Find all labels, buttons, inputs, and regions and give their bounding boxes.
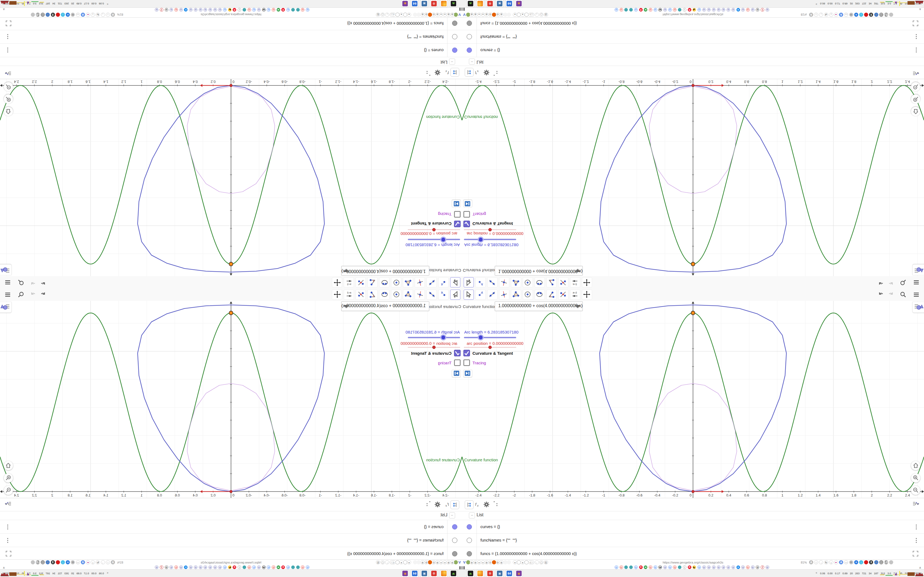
line-tool[interactable]: [487, 290, 498, 300]
function-selector-dropdown[interactable]: 1.000000000000 + cos(4.000000000000 x): [495, 301, 583, 311]
favicon-ggb-flower[interactable]: ✿: [712, 8, 716, 11]
node-graph-icon[interactable]: ∞: [443, 13, 447, 17]
step-button[interactable]: [464, 369, 472, 377]
favicon-dark-flower[interactable]: ✿: [165, 8, 168, 11]
zoom-in-button[interactable]: [4, 474, 13, 482]
mouse-gesture-icon[interactable]: ▭: [76, 560, 80, 564]
star-icon[interactable]: ☆: [106, 13, 110, 17]
perpendicular-tool[interactable]: [415, 290, 425, 300]
favicon-photo-yellow[interactable]: ◣: [693, 566, 696, 569]
launcher-floppy-64[interactable]: 64: [411, 570, 418, 577]
favicon-ggb-flower[interactable]: ✿: [717, 8, 720, 11]
favicon-info-gray[interactable]: i: [683, 8, 687, 11]
redo-icon[interactable]: [29, 279, 37, 286]
graphics-view[interactable]: -2.4-2.2-2-1.8-1.6-1.4-1.2-1-0.8-0.6-0.4…: [462, 79, 924, 276]
plus-blue-icon[interactable]: +: [854, 560, 858, 564]
favicon-teal-orb[interactable]: [629, 566, 633, 569]
node-graph-icon[interactable]: ∞: [443, 560, 447, 564]
algebra-row-curves[interactable]: curves = {}: [462, 520, 924, 533]
favicon-google-blue[interactable]: G: [252, 8, 256, 11]
graphics-view[interactable]: -2.4-2.2-2-1.8-1.6-1.4-1.2-1-0.8-0.6-0.4…: [0, 301, 462, 498]
favicon-google-red[interactable]: G: [746, 566, 750, 569]
launcher-drive-eject[interactable]: ⏏: [467, 0, 474, 7]
zoom-search-icon[interactable]: [900, 291, 907, 298]
favicon-ggb-flower[interactable]: ✿: [194, 8, 197, 11]
back-arrow-icon[interactable]: ←: [535, 560, 539, 564]
step-button[interactable]: [452, 369, 460, 377]
favicon-ggb-flower[interactable]: ✿: [199, 8, 202, 11]
favicon-ggb-flower[interactable]: ✿: [194, 566, 197, 569]
favicon-ggb-flower[interactable]: ✿: [213, 566, 217, 569]
favicon-google-blue[interactable]: G: [252, 566, 256, 569]
mouse-gesture-icon[interactable]: ▭: [76, 13, 80, 17]
shield-outline-icon[interactable]: ⬡: [539, 560, 543, 564]
favicon-google-blue[interactable]: G: [306, 8, 309, 11]
circle-tool[interactable]: [391, 290, 401, 300]
move-graphics-tool[interactable]: [582, 277, 592, 287]
menu-icon[interactable]: [4, 279, 11, 286]
list-group-row[interactable]: − List: [0, 57, 462, 66]
algebra-header-fx-icon[interactable]: fx: [473, 500, 482, 509]
radio-dot-icon[interactable]: ●: [407, 13, 411, 17]
collapse-button[interactable]: −: [469, 58, 475, 64]
redo-icon[interactable]: [887, 291, 895, 298]
zoom-in-button[interactable]: [911, 95, 920, 103]
list-group-row[interactable]: − List: [0, 511, 462, 520]
favicon-google-red[interactable]: G: [247, 566, 251, 569]
favicon-google-red[interactable]: G: [620, 8, 623, 11]
node-graph-icon[interactable]: ∞: [477, 13, 481, 17]
undo-icon[interactable]: [39, 279, 46, 286]
lo-circle-icon[interactable]: LO: [884, 13, 888, 17]
node-graph-icon[interactable]: ∞: [477, 560, 481, 564]
favicon-google-red[interactable]: G: [174, 8, 178, 11]
launcher-purple-owl[interactable]: ◉: [515, 570, 523, 577]
favicon-teal-orb[interactable]: [296, 566, 300, 569]
collapse-button[interactable]: −: [449, 513, 455, 519]
reload-icon[interactable]: ↻: [824, 13, 828, 17]
favicon-dark-flower[interactable]: ✿: [756, 566, 759, 569]
favicon-teal-orb[interactable]: [242, 566, 246, 569]
favicon-yandex[interactable]: Я: [639, 8, 643, 11]
launcher-screenshot-monitor[interactable]: ▣: [420, 570, 428, 577]
radio-circle-icon[interactable]: [396, 13, 400, 17]
chevron-up-icon[interactable]: ▲: [2, 566, 5, 569]
globe-icon[interactable]: ⊕: [435, 13, 439, 17]
algebra-header-gear-icon[interactable]: [482, 500, 491, 509]
undo-icon[interactable]: [878, 279, 885, 286]
algebra-header-gear-icon[interactable]: [433, 68, 442, 77]
algebra-row-funcs[interactable]: funcs = {1.000000000000 + cos(4.00000000…: [462, 547, 924, 561]
fullscreen-icon[interactable]: [5, 20, 11, 26]
favicon-google-blue[interactable]: G: [654, 8, 657, 11]
favicon-google-red[interactable]: G: [272, 566, 275, 569]
favicon-ggb-flower[interactable]: ✿: [766, 566, 769, 569]
radio-circle-icon[interactable]: [524, 560, 528, 564]
favicon-google-red[interactable]: G: [649, 8, 652, 11]
favicon-ggb-flower[interactable]: ✿: [766, 8, 769, 11]
gray-circle-icon[interactable]: [31, 13, 35, 17]
favicon-ggb-flower[interactable]: ✿: [727, 8, 730, 11]
launcher-screenshot-monitor[interactable]: ▣: [420, 0, 428, 7]
algebra-row-funcs[interactable]: funcs = {1.000000000000 + cos(4.00000000…: [462, 16, 924, 30]
launcher-floppy-64[interactable]: 64: [411, 0, 418, 7]
launcher-drive-eject[interactable]: ⏏: [450, 0, 457, 7]
favicon-green-w[interactable]: w: [277, 8, 280, 11]
padlock-icon[interactable]: ⚿: [544, 13, 548, 17]
favicon-teal-orb[interactable]: [624, 566, 628, 569]
stylebar-toggle-button[interactable]: [0, 302, 11, 313]
algebra-row-funcs[interactable]: funcs = {1.000000000000 + cos(4.00000000…: [0, 16, 462, 30]
favicon-google-red[interactable]: G: [272, 8, 275, 11]
algebra-header-kebab-icon[interactable]: [423, 500, 431, 509]
reload-icon[interactable]: ↻: [824, 560, 828, 564]
favicon-google-blue[interactable]: G: [615, 8, 618, 11]
favicon-google-red[interactable]: G: [174, 566, 178, 569]
globe-color-icon[interactable]: ◔: [874, 560, 878, 564]
lo-circle-icon[interactable]: LO: [36, 560, 40, 564]
plus-blue-icon[interactable]: +: [854, 13, 858, 17]
move-tool[interactable]: [464, 290, 474, 300]
favicon-google-red[interactable]: G: [301, 8, 304, 11]
redo-icon[interactable]: [887, 279, 895, 286]
favicon-ggb-flower[interactable]: ✿: [727, 566, 730, 569]
favicon-google-red[interactable]: G: [746, 8, 750, 11]
favicon-google-blue[interactable]: G: [668, 566, 672, 569]
curvature-tangent-checkbox[interactable]: [464, 350, 470, 356]
